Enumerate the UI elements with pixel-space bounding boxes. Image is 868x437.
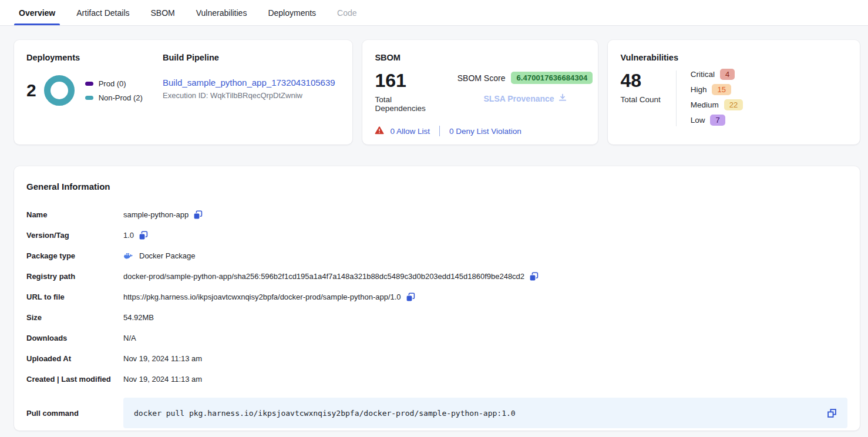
- info-row-pull-command: Pull command docker pull pkg.harness.io/…: [26, 398, 847, 428]
- high-count-badge: 15: [712, 84, 731, 95]
- info-row-uploaded-at: Uploaded At Nov 19, 2024 11:13 am: [26, 348, 847, 369]
- download-icon: [559, 93, 567, 103]
- url-value: https://pkg.harness.io/ikpsjoavtcwxnqisy…: [123, 293, 401, 301]
- general-information-card: General Information Name sample-python-a…: [14, 166, 860, 431]
- medium-count-badge: 22: [724, 99, 743, 110]
- info-row-package-type: Package type Docker Package: [26, 246, 847, 266]
- registry-path-label: Registry path: [26, 272, 123, 281]
- tab-sbom[interactable]: SBOM: [151, 0, 175, 25]
- version-value: 1.0: [123, 231, 134, 240]
- version-label: Version/Tag: [26, 231, 123, 240]
- sbom-score-label: SBOM Score: [457, 73, 506, 83]
- size-value: 54.92MB: [123, 313, 154, 322]
- pipeline-link[interactable]: Build_sample_python_app_1732043105639: [163, 78, 335, 88]
- vulnerabilities-card: Vulnerabilities 48 Total Count Critical …: [608, 40, 860, 144]
- build-pipeline-section: Build Pipeline Build_sample_python_app_1…: [163, 53, 335, 132]
- tab-code[interactable]: Code: [337, 0, 356, 25]
- pull-command-box: docker pull pkg.harness.io/ikpsjoavtcwxn…: [123, 398, 847, 428]
- nonprod-label: Non-Prod (2): [99, 93, 143, 102]
- deny-list-link[interactable]: 0 Deny List Violation: [449, 127, 522, 136]
- copy-name-button[interactable]: [193, 210, 203, 220]
- created-modified-value: Nov 19, 2024 11:13 am: [123, 375, 202, 384]
- deployments-title: Deployments: [26, 53, 163, 62]
- name-label: Name: [26, 210, 123, 219]
- build-pipeline-title: Build Pipeline: [163, 53, 335, 62]
- info-row-created-modified: Created | Last modified Nov 19, 2024 11:…: [26, 369, 847, 389]
- severity-row-medium: Medium 22: [691, 99, 743, 111]
- deployments-donut-chart: [44, 75, 75, 106]
- nonprod-swatch: [85, 96, 93, 100]
- downloads-value: N/A: [123, 334, 136, 342]
- deployments-section: Deployments 2 Prod (0) Non-Prod (2): [26, 53, 163, 132]
- slsa-provenance-link[interactable]: SLSA Provenance: [457, 93, 593, 103]
- legend-item-prod: Prod (0): [85, 79, 143, 88]
- info-row-downloads: Downloads N/A: [26, 328, 847, 348]
- allow-list-link[interactable]: 0 Allow List: [390, 127, 430, 136]
- size-label: Size: [26, 313, 123, 322]
- sbom-card: SBOM 161 Total Dependencies SBOM Score 6…: [362, 40, 598, 144]
- info-row-name: Name sample-python-app: [26, 204, 847, 225]
- execution-id: Execution ID: WqkTilbBRqecQrpDtZwniw: [163, 91, 335, 100]
- name-value: sample-python-app: [123, 210, 189, 219]
- severity-row-critical: Critical 4: [691, 68, 743, 80]
- legend-item-nonprod: Non-Prod (2): [85, 93, 143, 102]
- summary-cards-row: Deployments 2 Prod (0) Non-Prod (2) Buil…: [14, 40, 860, 144]
- tab-artifact-details[interactable]: Artifact Details: [76, 0, 129, 25]
- severity-row-low: Low 7: [691, 114, 743, 126]
- deployments-card: Deployments 2 Prod (0) Non-Prod (2) Buil…: [14, 40, 352, 144]
- vulnerabilities-totals: 48 Total Count: [620, 70, 660, 126]
- critical-count-badge: 4: [720, 69, 735, 80]
- general-information-rows: Name sample-python-app Version/Tag 1.0 P…: [26, 204, 847, 428]
- low-count-badge: 7: [710, 115, 725, 126]
- registry-path-value: docker-prod/sample-python-app/sha256:596…: [123, 272, 524, 281]
- sbom-score-badge: 6.470017636684304: [511, 72, 593, 84]
- tab-vulnerabilities[interactable]: Vulnerabilities: [196, 0, 247, 25]
- general-information-title: General Information: [26, 181, 847, 191]
- prod-swatch: [85, 82, 93, 86]
- sbom-title: SBOM: [375, 53, 586, 62]
- copy-url-button[interactable]: [406, 293, 415, 302]
- vulnerabilities-title: Vulnerabilities: [620, 53, 847, 62]
- package-type-label: Package type: [26, 251, 123, 260]
- uploaded-at-value: Nov 19, 2024 11:13 am: [123, 354, 202, 363]
- pull-command-value: docker pull pkg.harness.io/ikpsjoavtcwxn…: [134, 409, 827, 418]
- info-row-version: Version/Tag 1.0: [26, 225, 847, 246]
- info-row-url: URL to file https://pkg.harness.io/ikpsj…: [26, 287, 847, 307]
- uploaded-at-label: Uploaded At: [26, 354, 123, 363]
- tab-deployments[interactable]: Deployments: [268, 0, 316, 25]
- warning-triangle-icon: [375, 126, 384, 136]
- deployments-total-count: 2: [26, 80, 36, 100]
- vulnerabilities-total-label: Total Count: [620, 95, 660, 104]
- copy-registry-path-button[interactable]: [529, 272, 539, 281]
- info-row-registry-path: Registry path docker-prod/sample-python-…: [26, 266, 847, 287]
- deployments-legend: Prod (0) Non-Prod (2): [85, 79, 143, 102]
- severity-list: Critical 4 High 15 Medium 22 Low 7: [677, 68, 743, 126]
- tab-overview[interactable]: Overview: [19, 0, 55, 25]
- info-row-size: Size 54.92MB: [26, 307, 847, 328]
- critical-label: Critical: [691, 70, 715, 79]
- footer-divider: [439, 126, 440, 136]
- tab-bar: Overview Artifact Details SBOM Vulnerabi…: [0, 0, 868, 26]
- sbom-totals: 161 Total Dependencies: [375, 70, 425, 113]
- severity-row-high: High 15: [691, 83, 743, 96]
- vulnerabilities-total-count: 48: [620, 70, 660, 91]
- downloads-label: Downloads: [26, 334, 123, 342]
- high-label: High: [691, 85, 707, 94]
- prod-label: Prod (0): [99, 79, 126, 88]
- pull-command-label: Pull command: [26, 409, 123, 418]
- docker-whale-icon: [123, 252, 133, 260]
- package-type-value: Docker Package: [139, 251, 195, 260]
- url-label: URL to file: [26, 293, 123, 301]
- copy-pull-command-button[interactable]: [827, 408, 837, 418]
- low-label: Low: [691, 116, 705, 125]
- sbom-total-count: 161: [375, 70, 425, 91]
- copy-version-button[interactable]: [139, 231, 148, 240]
- slsa-provenance-label: SLSA Provenance: [484, 94, 554, 103]
- medium-label: Medium: [691, 100, 719, 109]
- sbom-total-label: Total Dependencies: [375, 95, 425, 113]
- created-modified-label: Created | Last modified: [26, 375, 123, 384]
